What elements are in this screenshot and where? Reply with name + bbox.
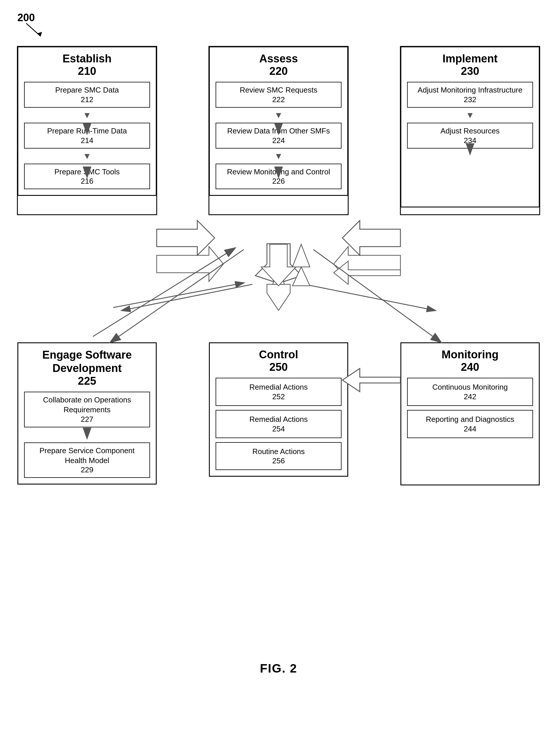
control-title: Control (210, 343, 347, 361)
control-number: 250 (210, 361, 347, 378)
assess-number: 220 (210, 65, 347, 82)
assess-item-1: Review SMC Requests 222 (216, 82, 342, 108)
monitoring-item-2: Reporting and Diagnostics 244 (407, 410, 533, 438)
establish-number: 210 (18, 65, 156, 82)
engage-item-2-title: Prepare Service Component Health Model (27, 446, 146, 466)
engage-title: Engage Software Development (18, 343, 156, 375)
engage-section: Engage Software Development 225 Collabor… (17, 342, 157, 484)
control-item-3-title: Routine Actions (220, 447, 337, 457)
control-item-1: Remedial Actions 252 (216, 378, 342, 406)
connecting-arrows (12, 226, 546, 319)
arrow-down-3: ▼ (210, 110, 347, 120)
assess-item-1-title: Review SMC Requests (219, 85, 338, 95)
engage-item-2-number: 229 (27, 465, 146, 474)
assess-section: Assess 220 Review SMC Requests 222 ▼ Rev… (209, 47, 348, 196)
assess-item-2: Review Data from Other SMFs 224 (216, 123, 342, 148)
control-item-2-title: Remedial Actions (220, 415, 337, 424)
assess-item-2-number: 224 (219, 136, 338, 145)
diagram-container: Establish 210 Prepare SMC Data 212 ▼ Pre… (12, 29, 546, 696)
implement-number: 230 (401, 65, 539, 82)
establish-item-2-number: 214 (27, 136, 146, 145)
establish-item-2: Prepare Run-Time Data 214 (24, 123, 150, 148)
assess-item-1-number: 222 (219, 95, 338, 104)
implement-item-1-number: 232 (411, 95, 530, 104)
engage-item-1: Collaborate on Operations Requirements 2… (24, 392, 150, 427)
engage-item-2: Prepare Service Component Health Model 2… (24, 443, 150, 478)
implement-section: Implement 230 Adjust Monitoring Infrastr… (401, 47, 540, 207)
establish-title: Establish (18, 47, 156, 65)
establish-item-3: Prepare SMC Tools 216 (24, 163, 150, 190)
control-item-3: Routine Actions 256 (216, 442, 342, 470)
control-item-1-title: Remedial Actions (220, 383, 337, 392)
establish-item-2-title: Prepare Run-Time Data (27, 126, 146, 136)
engage-item-1-number: 227 (27, 415, 146, 424)
fig-label: FIG. 2 (260, 662, 297, 675)
arrow-down-2: ▼ (18, 151, 156, 161)
monitoring-item-1: Continuous Monitoring 242 (407, 378, 533, 406)
monitoring-number: 240 (401, 361, 539, 378)
establish-item-3-title: Prepare SMC Tools (27, 167, 146, 177)
assess-item-3: Review Monitoring and Control 226 (216, 163, 342, 190)
establish-section: Establish 210 Prepare SMC Data 212 ▼ Pre… (17, 47, 157, 196)
implement-item-2: Adjust Resources 234 (407, 123, 533, 148)
establish-item-1-number: 212 (27, 95, 146, 104)
engage-item-1-title: Collaborate on Operations Requirements (27, 395, 146, 415)
engage-number: 225 (18, 375, 156, 392)
assess-item-3-title: Review Monitoring and Control (219, 167, 338, 177)
implement-item-1-title: Adjust Monitoring Infrastructure (411, 85, 530, 95)
monitoring-item-2-number: 244 (412, 424, 529, 433)
arrow-down-6: ▼ (18, 430, 156, 440)
implement-title: Implement (401, 47, 539, 65)
control-item-1-number: 252 (220, 392, 337, 401)
arrow-down-4: ▼ (210, 151, 347, 161)
control-section: Control 250 Remedial Actions 252 Remedia… (209, 342, 348, 477)
monitoring-title: Monitoring (401, 343, 539, 361)
svg-line-20 (122, 284, 253, 311)
monitoring-item-1-title: Continuous Monitoring (412, 383, 529, 392)
monitoring-section: Monitoring 240 Continuous Monitoring 242… (401, 342, 540, 485)
control-item-3-number: 256 (220, 456, 337, 465)
assess-item-3-number: 226 (219, 177, 338, 186)
establish-item-3-number: 216 (27, 177, 146, 186)
implement-item-1: Adjust Monitoring Infrastructure 232 (407, 82, 533, 108)
control-item-2: Remedial Actions 254 (216, 410, 342, 438)
svg-line-22 (305, 284, 435, 311)
establish-item-1-title: Prepare SMC Data (27, 85, 146, 95)
implement-item-2-number: 234 (411, 136, 530, 145)
arrow-down-5: ▼ (401, 110, 539, 120)
arrow-down-1: ▼ (18, 110, 156, 120)
implement-item-2-title: Adjust Resources (411, 126, 530, 136)
svg-marker-23 (273, 267, 284, 284)
assess-item-2-title: Review Data from Other SMFs (219, 126, 338, 136)
assess-title: Assess (210, 47, 347, 65)
monitoring-item-2-title: Reporting and Diagnostics (412, 415, 529, 424)
svg-marker-18 (157, 247, 223, 281)
svg-line-24 (113, 283, 244, 308)
control-item-2-number: 254 (220, 424, 337, 433)
monitoring-item-1-number: 242 (412, 392, 529, 401)
establish-item-1: Prepare SMC Data 212 (24, 82, 150, 108)
svg-marker-21 (267, 284, 290, 311)
